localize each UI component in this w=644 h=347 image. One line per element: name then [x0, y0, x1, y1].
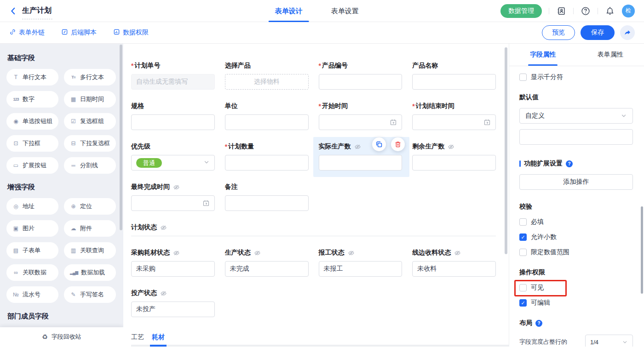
form-field[interactable]: 投产状态未投产 [131, 289, 215, 317]
date-input[interactable] [131, 195, 215, 211]
canvas-scrollbar[interactable] [505, 47, 507, 254]
default-value-input[interactable] [519, 129, 633, 145]
checkbox[interactable] [519, 218, 527, 226]
form-field[interactable]: 报工状态未报工 [319, 248, 402, 277]
header-tab[interactable]: 表单设置 [321, 0, 369, 22]
help-circle-icon[interactable]: ? [535, 320, 542, 327]
checkbox[interactable] [519, 284, 527, 291]
date-input[interactable] [319, 114, 402, 130]
field-type-item[interactable]: ▂▄▆数据加载 [64, 264, 116, 281]
field-type-item[interactable]: ▥关联查询 [64, 242, 116, 259]
field-type-item[interactable]: ▣图片 [6, 220, 58, 237]
field-type-item[interactable]: ∞关联数据 [6, 264, 58, 281]
date-input[interactable] [412, 114, 496, 130]
priority-select[interactable]: 普通 [131, 155, 215, 171]
bell-icon[interactable] [605, 6, 615, 16]
status-value-input[interactable]: 未投产 [131, 301, 215, 317]
toolbar-link[interactable]: 数据权限 [113, 28, 149, 37]
copy-field-button[interactable] [372, 137, 386, 151]
share-button[interactable] [620, 25, 635, 40]
field-type-item[interactable]: 123数字 [6, 91, 58, 108]
sidebar-scrollbar[interactable] [120, 45, 122, 230]
field-type-item[interactable]: T≡多行文本 [64, 69, 116, 85]
checkbox[interactable]: ✓ [519, 233, 527, 241]
thousand-separator-checkbox-row[interactable]: 显示千分符 [519, 73, 563, 81]
checkbox[interactable] [519, 249, 527, 256]
form-field[interactable]: 最终完成时间 [131, 182, 215, 211]
status-value-input[interactable]: 未完成 [225, 261, 309, 277]
field-type-item[interactable]: ▭扩展按钮 [6, 157, 58, 174]
text-input[interactable] [131, 114, 215, 130]
form-field[interactable]: *计划结束时间 [412, 102, 496, 130]
form-field[interactable]: *计划单号自动生成无需填写 [131, 61, 215, 90]
back-button[interactable] [9, 7, 17, 15]
field-type-item[interactable]: ▤子表单 [6, 242, 58, 259]
text-input[interactable] [412, 155, 496, 171]
avatar[interactable]: 检 [622, 5, 635, 17]
field-type-item[interactable]: ═分割线 [64, 157, 116, 174]
form-field[interactable]: 采购耗材状态未采购 [131, 248, 215, 277]
form-field[interactable]: *开始时间 [319, 102, 402, 130]
preview-button[interactable]: 预览 [542, 25, 575, 40]
data-manage-button[interactable]: 数据管理 [500, 4, 542, 18]
toolbar-link[interactable]: 表单外链 [9, 28, 45, 37]
select-material-button[interactable]: 选择物料 [225, 74, 309, 90]
validation-option[interactable]: 必填 [519, 218, 544, 226]
field-type-item[interactable]: ☁附件 [64, 220, 116, 237]
default-value-select[interactable]: 自定义 [519, 108, 633, 124]
checkbox[interactable] [519, 74, 527, 81]
form-field[interactable]: 线边收料状态未收料 [412, 248, 496, 277]
panel-tab[interactable]: 字段属性 [509, 44, 577, 66]
validation-option[interactable]: 限定数值范围 [519, 248, 569, 256]
panel-tab[interactable]: 表单属性 [577, 44, 644, 66]
help-icon[interactable] [581, 6, 591, 16]
address-book-icon[interactable] [556, 6, 566, 16]
form-field[interactable]: 选择产品选择物料 [225, 61, 309, 90]
checkbox[interactable]: ✓ [519, 299, 527, 307]
text-input[interactable] [225, 114, 309, 130]
form-field[interactable]: 备注 [225, 182, 309, 211]
permission-option[interactable]: ✓可编辑 [519, 299, 550, 307]
field-recycle-bin[interactable]: ♻字段回收站 [0, 327, 123, 347]
field-type-item[interactable]: ◎地址 [6, 198, 58, 215]
form-field[interactable]: 产品名称 [412, 61, 496, 90]
page-title[interactable]: 生产计划 [22, 6, 55, 16]
subform-tab[interactable]: 耗材 [152, 333, 165, 344]
form-field[interactable]: 规格 [131, 102, 215, 130]
form-field[interactable]: 计划状态 [131, 223, 496, 236]
form-field[interactable]: *产品编号 [319, 61, 402, 90]
status-value-input[interactable]: 未报工 [319, 261, 402, 277]
toolbar-link[interactable]: 后端脚本 [61, 28, 97, 37]
text-input[interactable] [319, 74, 402, 90]
field-type-item[interactable]: ◉单选按钮组 [6, 113, 58, 130]
form-field[interactable]: 实际生产数 [319, 142, 402, 171]
field-type-item[interactable]: ⊟下拉复选框 [64, 135, 116, 152]
form-field[interactable]: 剩余生产数 [412, 142, 496, 171]
add-operation-button[interactable]: 添加操作 [519, 174, 633, 190]
text-input[interactable] [225, 155, 309, 171]
text-input[interactable] [319, 155, 402, 171]
validation-option[interactable]: ✓允许小数 [519, 233, 557, 241]
delete-field-button[interactable] [391, 137, 405, 151]
form-field[interactable]: 单位 [225, 102, 309, 130]
field-input-disabled[interactable]: 自动生成无需填写 [131, 74, 215, 90]
field-type-item[interactable]: ✎手写签名 [64, 286, 116, 303]
field-type-item[interactable]: ⊕定位 [64, 198, 116, 215]
permission-option[interactable]: 可见 [519, 284, 544, 292]
save-button[interactable]: 保存 [581, 25, 615, 40]
panel-scrollbar[interactable] [641, 206, 643, 294]
form-field[interactable]: 生产状态未完成 [225, 248, 309, 277]
field-type-item[interactable]: T单行文本 [6, 69, 58, 85]
form-field[interactable]: 优先级普通 [131, 142, 215, 171]
help-circle-icon[interactable]: ? [566, 160, 573, 167]
text-input[interactable] [225, 195, 309, 211]
field-type-item[interactable]: №流水号 [6, 286, 58, 303]
field-width-select[interactable]: 1/4 [585, 335, 633, 347]
field-type-item[interactable]: ☑复选框组 [64, 113, 116, 130]
header-tab[interactable]: 表单设计 [265, 0, 313, 22]
text-input[interactable] [412, 74, 496, 90]
subform-tab[interactable]: 工艺 [131, 333, 144, 344]
form-field[interactable]: *计划数量 [225, 142, 309, 171]
status-value-input[interactable]: 未采购 [131, 261, 215, 277]
field-type-item[interactable]: ⊡下拉框 [6, 135, 58, 152]
